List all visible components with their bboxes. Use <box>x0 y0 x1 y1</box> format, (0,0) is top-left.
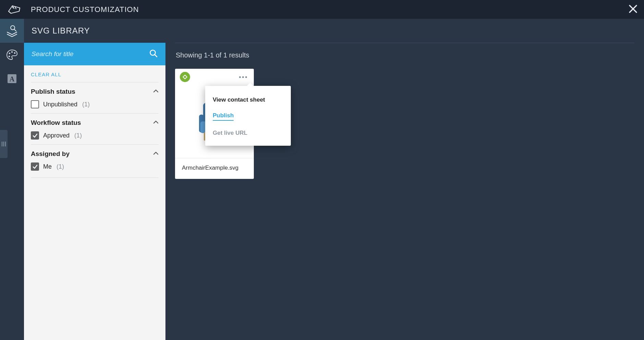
filter-option-count: (1) <box>74 132 82 139</box>
panel-collapse-handle[interactable] <box>0 130 8 158</box>
filter-option-count: (1) <box>82 101 90 108</box>
drag-handle-icon <box>2 142 6 146</box>
menu-item-get-live-url: Get live URL <box>205 125 291 141</box>
close-button[interactable] <box>628 4 638 15</box>
checkbox[interactable] <box>31 100 39 108</box>
svg-text:A: A <box>10 75 15 83</box>
filters-container: CLEAR ALL Publish status Unpublished (1)… <box>24 65 165 340</box>
filter-option-count: (1) <box>57 163 64 170</box>
filter-title: Assigned by <box>31 150 70 158</box>
chevron-up-icon <box>153 119 159 126</box>
svg-point-5 <box>9 53 11 54</box>
svg-point-6 <box>11 51 13 53</box>
filter-header-workflow-status[interactable]: Workflow status <box>31 119 159 127</box>
left-nav: A <box>0 19 24 340</box>
nav-library-button[interactable] <box>0 19 24 43</box>
filter-option-label: Unpublished <box>43 101 77 108</box>
svg-line-4 <box>14 29 16 31</box>
filter-option-label: Me <box>43 163 52 170</box>
filter-section-assigned-by: Assigned by Me (1) <box>31 144 159 178</box>
svg-rect-13 <box>183 75 187 79</box>
filter-header-publish-status[interactable]: Publish status <box>31 88 159 95</box>
svg-line-12 <box>155 55 157 57</box>
menu-item-publish[interactable]: Publish <box>205 108 291 125</box>
svg-point-8 <box>9 56 10 57</box>
filter-title: Publish status <box>31 88 75 95</box>
app-title: PRODUCT CUSTOMIZATION <box>31 5 139 14</box>
menu-item-view-contact-sheet[interactable]: View contact sheet <box>205 92 291 108</box>
filter-section-publish-status: Publish status Unpublished (1) <box>31 82 159 113</box>
library-header: SVG LIBRARY <box>24 19 165 43</box>
filter-panel: SVG LIBRARY CLEAR ALL Publish status Unp… <box>24 19 165 340</box>
filter-section-workflow-status: Workflow status Approved (1) <box>31 113 159 144</box>
library-search-icon <box>5 24 19 38</box>
filter-header-assigned-by[interactable]: Assigned by <box>31 150 159 158</box>
app-logo-icon <box>8 3 21 16</box>
content-area: Showing 1-1 of 1 results ArmchairExamp <box>165 19 644 340</box>
results-summary: Showing 1-1 of 1 results <box>176 51 634 59</box>
chevron-up-icon <box>153 151 159 157</box>
checkbox[interactable] <box>31 162 39 171</box>
content-divider <box>175 43 634 43</box>
svg-card[interactable]: ArmchairExample.svg View contact sheet P… <box>175 69 254 179</box>
font-icon: A <box>6 73 18 85</box>
filter-title: Workflow status <box>31 119 81 127</box>
nav-fonts-button[interactable]: A <box>0 67 24 91</box>
chevron-up-icon <box>153 88 159 95</box>
card-filename: ArmchairExample.svg <box>175 158 254 179</box>
filter-option-me[interactable]: Me (1) <box>31 162 159 171</box>
search-input[interactable] <box>32 50 146 58</box>
status-badge-icon <box>180 72 190 82</box>
clear-all-button[interactable]: CLEAR ALL <box>31 71 61 77</box>
card-menu-button[interactable] <box>237 74 249 80</box>
checkbox[interactable] <box>31 131 39 140</box>
filter-option-unpublished[interactable]: Unpublished (1) <box>31 100 159 108</box>
search-icon[interactable] <box>149 49 158 59</box>
menu-item-label: Publish <box>213 112 234 121</box>
search-bar <box>24 43 165 65</box>
top-bar: PRODUCT CUSTOMIZATION <box>0 0 644 19</box>
nav-palette-button[interactable] <box>0 43 24 67</box>
palette-icon <box>6 49 18 61</box>
svg-point-3 <box>11 26 15 30</box>
close-icon <box>628 4 638 14</box>
svg-point-7 <box>14 52 16 54</box>
library-title: SVG LIBRARY <box>32 26 90 36</box>
card-context-menu: View contact sheet Publish Get live URL <box>205 86 291 146</box>
filter-option-approved[interactable]: Approved (1) <box>31 131 159 140</box>
svg-point-0 <box>12 7 14 8</box>
filter-option-label: Approved <box>43 132 70 139</box>
